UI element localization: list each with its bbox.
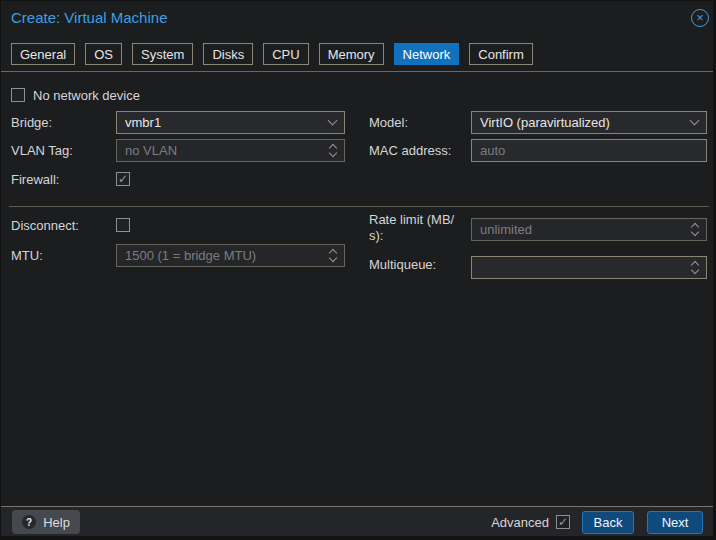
- chevron-down-icon: [329, 254, 337, 262]
- tab-confirm[interactable]: Confirm: [469, 43, 533, 65]
- advanced-checkbox[interactable]: [556, 515, 570, 529]
- model-input[interactable]: [472, 112, 682, 133]
- mtu-label: MTU:: [11, 248, 43, 264]
- mtu-spinner[interactable]: [322, 245, 344, 266]
- model-label: Model:: [369, 115, 408, 131]
- chevron-down-icon: [691, 228, 699, 236]
- close-icon[interactable]: [691, 9, 709, 27]
- bridge-input[interactable]: [117, 112, 320, 133]
- chevron-down-icon: [327, 116, 337, 126]
- tab-system[interactable]: System: [132, 43, 193, 65]
- mac-address-input[interactable]: [472, 140, 706, 161]
- multiqueue-label: Multiqueue:: [369, 257, 436, 273]
- mac-address-field: [471, 139, 707, 162]
- create-vm-dialog: Create: Virtual Machine General OS Syste…: [0, 0, 716, 540]
- chevron-down-icon: [689, 116, 699, 126]
- disconnect-checkbox[interactable]: [116, 218, 130, 232]
- mtu-spinner-field: [116, 244, 345, 267]
- dialog-title: Create: Virtual Machine: [11, 9, 167, 26]
- section-separator: [9, 206, 709, 207]
- next-button[interactable]: Next: [647, 511, 703, 534]
- help-button-label: Help: [43, 515, 70, 530]
- footer-actions: Advanced Back Next: [491, 510, 703, 534]
- vlan-tag-input[interactable]: [117, 140, 322, 161]
- mac-address-label: MAC address:: [369, 143, 451, 159]
- tab-cpu[interactable]: CPU: [263, 43, 308, 65]
- no-network-device-label: No network device: [33, 88, 140, 104]
- chevron-down-icon: [691, 266, 699, 274]
- bridge-dropdown-trigger[interactable]: [320, 112, 344, 133]
- firewall-checkbox[interactable]: [116, 172, 130, 186]
- tabs-separator: [1, 71, 715, 72]
- tab-os[interactable]: OS: [85, 43, 122, 65]
- rate-limit-spinner[interactable]: [684, 219, 706, 240]
- model-dropdown-trigger[interactable]: [682, 112, 706, 133]
- chevron-down-icon: [329, 149, 337, 157]
- mtu-input[interactable]: [117, 245, 322, 266]
- multiqueue-input[interactable]: [472, 257, 684, 278]
- disconnect-label: Disconnect:: [11, 218, 79, 234]
- model-combobox: [471, 111, 707, 134]
- help-button[interactable]: Help: [12, 510, 80, 534]
- bridge-label: Bridge:: [11, 115, 52, 131]
- rate-limit-spinner-field: [471, 218, 707, 241]
- tab-network[interactable]: Network: [394, 43, 460, 65]
- firewall-label: Firewall:: [11, 172, 59, 188]
- multiqueue-spinner[interactable]: [684, 257, 706, 278]
- vlan-tag-label: VLAN Tag:: [11, 143, 73, 159]
- tab-memory[interactable]: Memory: [319, 43, 384, 65]
- vlan-tag-spinner-field: [116, 139, 345, 162]
- tab-general[interactable]: General: [11, 43, 75, 65]
- vlan-tag-spinner[interactable]: [322, 140, 344, 161]
- rate-limit-input[interactable]: [472, 219, 684, 240]
- tab-disks[interactable]: Disks: [203, 43, 253, 65]
- tab-bar: General OS System Disks CPU Memory Netwo…: [11, 43, 533, 65]
- multiqueue-spinner-field: [471, 256, 707, 279]
- rate-limit-label: Rate limit (MB/s):: [369, 212, 461, 244]
- no-network-device-checkbox[interactable]: [11, 88, 25, 102]
- back-button[interactable]: Back: [582, 511, 634, 534]
- advanced-label: Advanced: [491, 515, 549, 530]
- help-icon: [22, 515, 36, 529]
- bridge-combobox: [116, 111, 345, 134]
